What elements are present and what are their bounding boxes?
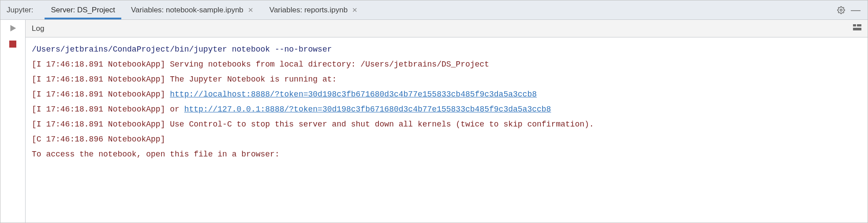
log-line: [I 17:46:18.891 NotebookApp] The Jupyter… <box>32 72 868 87</box>
log-title: Log <box>32 24 44 33</box>
close-icon[interactable]: ✕ <box>352 6 358 14</box>
tab-label: Variables: reports.ipynb <box>269 6 348 15</box>
svg-rect-1 <box>853 24 856 26</box>
log-line: [I 17:46:18.891 NotebookApp] Use Control… <box>32 117 868 132</box>
svg-point-0 <box>840 9 842 11</box>
close-icon[interactable]: ✕ <box>248 6 254 14</box>
tab-bar: Jupyter: Server: DS_Project Variables: n… <box>0 0 868 20</box>
minimize-button[interactable]: — <box>848 5 863 15</box>
tab-server[interactable]: Server: DS_Project <box>43 0 123 19</box>
window-label: Jupyter: <box>7 6 33 15</box>
run-button[interactable] <box>8 23 18 35</box>
server-url-localhost[interactable]: http://localhost:8888/?token=30d198c3fb6… <box>170 90 537 99</box>
log-line: [I 17:46:18.891 NotebookApp] or http://1… <box>32 102 868 117</box>
tab-label: Server: DS_Project <box>51 6 115 15</box>
log-line: [C 17:46:18.896 NotebookApp] <box>32 132 868 147</box>
stop-button[interactable] <box>9 41 16 48</box>
svg-rect-3 <box>853 28 861 30</box>
layout-button[interactable] <box>853 23 861 34</box>
tab-variables-notebook-sample[interactable]: Variables: notebook-sample.ipynb ✕ <box>123 0 262 19</box>
server-url-ip[interactable]: http://127.0.0.1:8888/?token=30d198c3fb6… <box>184 105 551 114</box>
layout-icon <box>853 23 861 32</box>
command-line: /Users/jetbrains/CondaProject/bin/jupyte… <box>32 42 868 57</box>
log-line: [I 17:46:18.891 NotebookApp] http://loca… <box>32 87 868 102</box>
log-header: Log <box>26 20 868 37</box>
svg-rect-2 <box>857 24 861 26</box>
play-icon <box>8 23 18 33</box>
log-line: [I 17:46:18.891 NotebookApp] Serving not… <box>32 57 868 72</box>
gear-icon <box>837 6 845 14</box>
minimize-icon: — <box>851 4 861 15</box>
settings-button[interactable] <box>834 3 848 17</box>
gutter <box>0 20 25 223</box>
tab-label: Variables: notebook-sample.ipynb <box>131 6 243 15</box>
tab-variables-reports[interactable]: Variables: reports.ipynb ✕ <box>262 0 366 19</box>
log-output: /Users/jetbrains/CondaProject/bin/jupyte… <box>26 37 868 223</box>
log-line: To access the notebook, open this file i… <box>32 147 868 162</box>
